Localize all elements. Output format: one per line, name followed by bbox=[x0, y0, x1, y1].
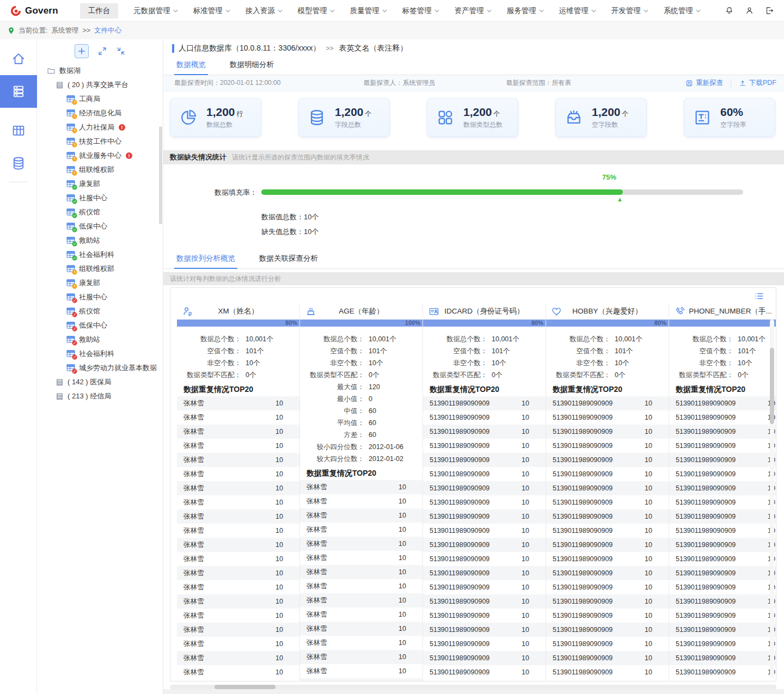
analysis-tab-1[interactable]: 数据关联探查分析 bbox=[259, 254, 318, 268]
tree-item[interactable]: 殡仪馆 bbox=[37, 205, 163, 219]
tree-item[interactable]: 数据湖 bbox=[37, 64, 163, 78]
nav-menu-8[interactable]: 运维管理 bbox=[559, 6, 596, 16]
status-badge-green bbox=[72, 255, 77, 261]
collapse-icon[interactable] bbox=[116, 46, 126, 56]
tree-item[interactable]: 人力社保局! bbox=[37, 120, 163, 134]
row-value: 张林雪 bbox=[300, 554, 327, 562]
download-pdf-button[interactable]: 下载PDF bbox=[739, 78, 776, 88]
tree-scrollbar[interactable] bbox=[159, 126, 162, 224]
column-stat: 数据总个数：10,001个 bbox=[177, 333, 299, 345]
tree-item[interactable]: 工商局 bbox=[37, 92, 163, 106]
vertical-scroll-thumb[interactable] bbox=[770, 348, 774, 424]
row-value: 5139011989090909 bbox=[669, 584, 736, 591]
nav-menu-0[interactable]: 元数据管理 bbox=[133, 6, 178, 16]
stat-value: 10,001个 bbox=[246, 335, 273, 344]
nav-workbench[interactable]: 工作台 bbox=[80, 3, 119, 19]
row-count: 10 bbox=[522, 580, 529, 594]
top20-row: 张林雪10 bbox=[300, 494, 422, 508]
analysis-tab-0[interactable]: 数据按列分析概览 bbox=[176, 254, 235, 268]
plus-icon[interactable] bbox=[75, 44, 89, 58]
stat-card-4: 60% 空字段率 bbox=[684, 98, 775, 137]
row-count: 10 bbox=[522, 453, 529, 467]
bell-icon[interactable] bbox=[725, 6, 734, 15]
horizontal-scrollbar[interactable] bbox=[170, 685, 776, 689]
row-value: 张林雪 bbox=[177, 456, 204, 464]
tree-item[interactable]: ( 213 ) 经信局 bbox=[37, 389, 163, 403]
user-icon[interactable] bbox=[745, 6, 754, 15]
tree-item[interactable]: 康复部 bbox=[37, 177, 163, 191]
horizontal-scroll-thumb[interactable] bbox=[215, 685, 275, 689]
phone-icon bbox=[675, 306, 685, 317]
row-count: 10 bbox=[645, 623, 652, 637]
top20-row: 513901198909090910 bbox=[669, 509, 776, 524]
tree-item[interactable]: 社服中心 bbox=[37, 290, 163, 304]
breadcrumb-section[interactable]: 系统管理 bbox=[51, 26, 78, 35]
nav-menu-label: 系统管理 bbox=[664, 6, 693, 16]
tree-item-label: 殡仪馆 bbox=[79, 306, 100, 316]
status-badge-yellow bbox=[72, 128, 77, 133]
nav-menu-4[interactable]: 质量管理 bbox=[350, 6, 387, 16]
row-count: 10 bbox=[399, 565, 406, 579]
row-count: 10 bbox=[399, 593, 406, 607]
logout-icon[interactable] bbox=[765, 6, 774, 15]
nav-menu-10[interactable]: 系统管理 bbox=[664, 6, 701, 16]
tree-item[interactable]: ( 142 ) 医保局 bbox=[37, 375, 163, 389]
breadcrumb-current[interactable]: 文件中心 bbox=[94, 26, 121, 35]
tree-item[interactable]: 救助站 bbox=[37, 333, 163, 347]
nav-menu-2[interactable]: 接入资源 bbox=[246, 6, 283, 16]
tree-item[interactable]: 就业服务中心! bbox=[37, 149, 163, 163]
rail-item-data-assets[interactable] bbox=[0, 75, 37, 108]
stat-label: 数据类型不匹配： bbox=[423, 371, 487, 380]
top20-row: 513901198909090910 bbox=[546, 509, 669, 524]
tree-item[interactable]: 社会福利科 bbox=[37, 248, 163, 262]
tree-item[interactable]: 社服中心 bbox=[37, 191, 163, 205]
list-settings-icon[interactable] bbox=[754, 291, 764, 301]
nav-menu-5[interactable]: 标签管理 bbox=[402, 6, 439, 16]
tree-item[interactable]: 社会福利科 bbox=[37, 347, 163, 361]
tree-item[interactable]: 城乡劳动力就业基本数据 bbox=[37, 361, 163, 375]
row-value: 5139011989090909 bbox=[423, 668, 489, 676]
tree-item[interactable]: ( 20 ) 共享交换平台 bbox=[37, 78, 163, 92]
rail-item-database[interactable] bbox=[0, 147, 37, 180]
top20-row: 张林雪10 bbox=[177, 594, 299, 609]
tree-item-label: ( 142 ) 医保局 bbox=[68, 377, 111, 387]
top20-row: 张林雪10 bbox=[177, 439, 299, 453]
tree-item[interactable]: 救助站 bbox=[37, 234, 163, 248]
nav-menu-7[interactable]: 服务管理 bbox=[507, 6, 544, 16]
row-value: 张林雪 bbox=[300, 483, 327, 491]
nav-menu-9[interactable]: 开发管理 bbox=[611, 6, 648, 16]
row-value: 张林雪 bbox=[177, 484, 204, 492]
tree-item[interactable]: 康复部 bbox=[37, 276, 163, 290]
top20-row: 513901198909090910 bbox=[423, 495, 546, 509]
nav-menu-3[interactable]: 模型管理 bbox=[298, 6, 335, 16]
nav-menu-6[interactable]: 资产管理 bbox=[455, 6, 492, 16]
rail-item-home[interactable] bbox=[0, 42, 37, 75]
tree-item[interactable]: 经济信息化局 bbox=[37, 106, 163, 120]
column-stat: 数据总个数：10,001个 bbox=[546, 333, 669, 345]
expand-icon[interactable] bbox=[97, 46, 107, 56]
top20-row: 513901198909090910 bbox=[669, 651, 776, 665]
tree-item[interactable]: 殡仪馆 bbox=[37, 304, 163, 318]
top20-title: 数据重复情况TOP20 bbox=[669, 382, 776, 396]
panel-vertical-scrollbar[interactable] bbox=[770, 320, 774, 678]
row-value: 5139011989090909 bbox=[423, 470, 489, 478]
tree-item[interactable]: 扶贫工作中心 bbox=[37, 134, 163, 149]
tree-item-label: 工商局 bbox=[79, 94, 100, 104]
row-value: 5139011989090909 bbox=[423, 598, 489, 605]
row-value: 5139011989090909 bbox=[423, 456, 489, 464]
tree-item[interactable]: 组联维权部 bbox=[37, 163, 163, 177]
tree-item[interactable]: 组联维权部 bbox=[37, 262, 163, 276]
rail-item-tables[interactable] bbox=[0, 114, 37, 147]
title-separator: >> bbox=[326, 45, 333, 52]
overview-tab-1[interactable]: 数据明细分析 bbox=[230, 60, 274, 75]
tree-item[interactable]: 低保中心 bbox=[37, 219, 163, 234]
nav-menu-1[interactable]: 标准管理 bbox=[193, 6, 230, 16]
column-stat: 非空个数：10个 bbox=[669, 357, 776, 369]
govern-logo[interactable]: Govern bbox=[10, 5, 58, 17]
column-header: HOBBY（兴趣爱好） bbox=[546, 303, 669, 320]
overview-tab-0[interactable]: 数据概览 bbox=[176, 60, 206, 75]
recheck-button[interactable]: 重新探查 bbox=[685, 78, 723, 88]
tree-item[interactable]: 低保中心 bbox=[37, 318, 163, 333]
row-value: 5139011989090909 bbox=[669, 555, 736, 563]
row-count: 10 bbox=[399, 622, 406, 636]
